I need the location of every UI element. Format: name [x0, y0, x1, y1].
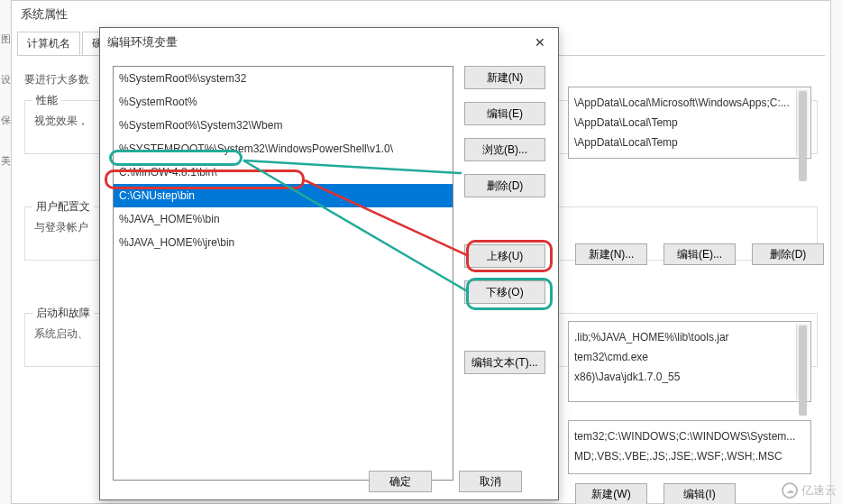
list-item[interactable]: %JAVA_HOME%\jre\bin	[114, 231, 453, 254]
list-item: x86)\Java\jdk1.7.0_55	[574, 367, 805, 387]
ok-button[interactable]: 确定	[369, 471, 432, 492]
user-var-buttons: 新建(N)... 编辑(E)... 删除(D)	[575, 243, 824, 265]
list-item: \AppData\Local\Temp	[574, 113, 805, 133]
dialog-content: %SystemRoot%\system32 %SystemRoot% %Syst…	[100, 57, 558, 481]
scroll-thumb[interactable]	[799, 91, 807, 181]
new-button[interactable]: 新建(W)	[575, 483, 647, 504]
scrollbar[interactable]	[796, 89, 809, 156]
scrollbar[interactable]	[796, 324, 809, 399]
browse-button[interactable]: 浏览(B)...	[464, 138, 545, 161]
dialog-titlebar: 编辑环境变量 ✕	[100, 28, 558, 57]
list-item[interactable]: %SystemRoot%	[114, 90, 453, 114]
new-button[interactable]: 新建(N)	[464, 66, 545, 89]
cancel-button[interactable]: 取消	[459, 471, 522, 492]
list-item: \AppData\Local\Microsoft\WindowsApps;C:.…	[574, 93, 805, 113]
dialog-button-column: 新建(N) 编辑(E) 浏览(B)... 删除(D) 上移(U) 下移(O) 编…	[464, 66, 545, 481]
list-item: tem32;C:\WINDOWS;C:\WINDOWS\System...	[574, 426, 805, 446]
list-item[interactable]: %SystemRoot%\system32	[114, 67, 453, 90]
watermark-text: 亿速云	[801, 482, 837, 499]
left-edge-stub: 图设保美	[0, 25, 11, 476]
path-listbox[interactable]: %SystemRoot%\system32 %SystemRoot% %Syst…	[113, 66, 453, 481]
edit-button[interactable]: 编辑(I)	[664, 483, 736, 504]
list-item: \AppData\Local\Temp	[574, 133, 805, 152]
edit-button[interactable]: 编辑(E)	[464, 102, 545, 125]
list-item[interactable]: %SystemRoot%\System32\Wbem	[114, 114, 453, 137]
tab-computer-name[interactable]: 计算机名	[17, 32, 80, 55]
delete-button[interactable]: 删除(D)	[752, 243, 824, 265]
list-item[interactable]: C:\MinGW-4.8.1\bin\	[114, 160, 453, 184]
system-variables-list[interactable]: .lib;%JAVA_HOME%\lib\tools.jar tem32\cmd…	[568, 321, 811, 402]
edit-text-button[interactable]: 编辑文本(T)...	[464, 351, 545, 374]
list-item-selected[interactable]: C:\GNUstep\bin	[114, 184, 453, 207]
sys-var-buttons: 新建(W) 编辑(I)	[575, 483, 736, 504]
list-item: .lib;%JAVA_HOME%\lib\tools.jar	[574, 327, 805, 347]
list-item[interactable]: %SYSTEMROOT%\System32\WindowsPowerShell\…	[114, 137, 453, 160]
group-label: 启动和故障	[32, 306, 94, 321]
user-variables-list[interactable]: \AppData\Local\Microsoft\WindowsApps;C:.…	[568, 87, 811, 159]
list-item: MD;.VBS;.VBE;.JS;.JSE;.WSF;.WSH;.MSC	[574, 446, 805, 466]
dialog-title: 编辑环境变量	[107, 34, 178, 50]
watermark: ☁ 亿速云	[782, 482, 837, 499]
list-item[interactable]: %JAVA_HOME%\bin	[114, 207, 453, 231]
group-label: 性能	[32, 93, 61, 108]
edit-env-var-dialog: 编辑环境变量 ✕ %SystemRoot%\system32 %SystemRo…	[99, 27, 559, 500]
dialog-ok-row: 确定 取消	[369, 471, 522, 492]
window-title: 系统属性	[12, 1, 830, 28]
new-button[interactable]: 新建(N)...	[575, 243, 647, 265]
system-variables-list-2[interactable]: tem32;C:\WINDOWS;C:\WINDOWS\System... MD…	[568, 420, 811, 474]
scroll-thumb[interactable]	[799, 325, 807, 416]
edit-button[interactable]: 编辑(E)...	[664, 243, 736, 265]
list-item: tem32\cmd.exe	[574, 347, 805, 367]
delete-button[interactable]: 删除(D)	[464, 174, 545, 197]
move-up-button[interactable]: 上移(U)	[464, 244, 545, 268]
group-label: 用户配置文	[32, 199, 94, 215]
cloud-icon: ☁	[782, 482, 798, 499]
close-icon[interactable]: ✕	[529, 32, 551, 53]
move-down-button[interactable]: 下移(O)	[464, 280, 545, 304]
